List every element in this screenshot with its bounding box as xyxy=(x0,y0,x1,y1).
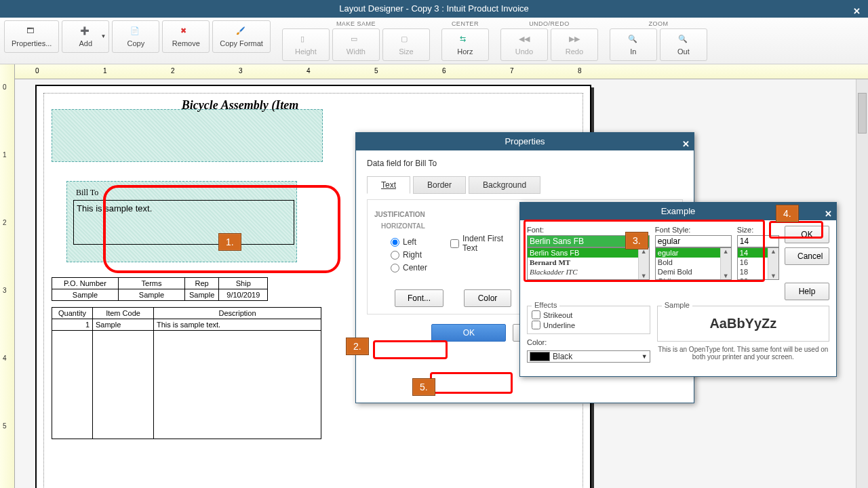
effects-group: Effects Strikeout Underline xyxy=(527,306,650,334)
redo-icon: ▶▶ xyxy=(569,35,580,45)
scrollbar[interactable] xyxy=(768,248,778,279)
undo-icon: ◀◀ xyxy=(519,35,530,45)
tab-background[interactable]: Background xyxy=(469,176,540,194)
window-title-bar: Layout Designer - Copy 3 : Intuit Produc… xyxy=(0,0,868,18)
chevron-down-icon: ▼ xyxy=(100,33,106,39)
copy-button[interactable]: 📄Copy xyxy=(112,20,159,53)
remove-icon: ✖ xyxy=(180,26,191,37)
tab-text[interactable]: Text xyxy=(367,176,410,194)
bill-to-textbox[interactable]: This is sample text. xyxy=(73,200,294,245)
close-icon[interactable]: ✕ xyxy=(825,205,832,223)
add-button[interactable]: ➕Add▼ xyxy=(62,20,109,53)
zoom-label: ZOOM xyxy=(610,20,707,27)
strikeout-checkbox[interactable]: Strikeout xyxy=(532,310,646,319)
properties-tabs: Text Border Background xyxy=(367,176,683,194)
font-dialog: Example✕ Font: Berlin Sans FB Bernard MT… xyxy=(519,202,837,377)
window-title: Layout Designer - Copy 3 : Intuit Produc… xyxy=(339,3,529,14)
center-label: CENTER xyxy=(441,20,489,27)
indent-checkbox[interactable]: Indent First Text xyxy=(450,234,510,253)
style-label: Font Style: xyxy=(655,226,732,234)
style-input[interactable] xyxy=(655,235,732,247)
radio-right[interactable]: Right xyxy=(391,250,427,260)
width-icon: ▭ xyxy=(351,35,361,45)
step-2: 2. xyxy=(346,338,369,355)
brush-icon: 🖌️ xyxy=(236,26,247,37)
font-cancel-button[interactable]: Cancel xyxy=(785,247,829,265)
properties-button[interactable]: 🗔Properties... xyxy=(4,20,59,53)
step-3: 3. xyxy=(625,232,648,249)
style-list[interactable]: egular Bold Demi Bold Oblique xyxy=(655,247,732,280)
sample-note: This is an OpenType font. This same font… xyxy=(657,346,829,361)
zoom-out-button[interactable]: 🔍Out xyxy=(660,28,707,61)
main-toolbar: 🗔Properties... ➕Add▼ 📄Copy ✖Remove 🖌️Cop… xyxy=(0,18,868,64)
close-icon[interactable]: ✕ xyxy=(682,136,690,153)
font-button[interactable]: Font... xyxy=(395,289,443,307)
chevron-down-icon: ▼ xyxy=(642,353,648,360)
vertical-scrollbar[interactable] xyxy=(856,79,868,488)
ruler-vertical: 0123456 xyxy=(0,64,15,488)
sample-group: Sample AaBbYyZz xyxy=(657,306,829,342)
size-input[interactable] xyxy=(737,235,779,247)
close-icon[interactable]: ✕ xyxy=(850,3,863,15)
properties-ok-button[interactable]: OK xyxy=(431,324,506,342)
properties-icon: 🗔 xyxy=(26,26,37,37)
header-box[interactable] xyxy=(52,109,323,162)
bill-to-label: Bill To xyxy=(76,188,98,198)
size-icon: ▢ xyxy=(401,35,412,45)
document-title: Bicycle Assembly (Item xyxy=(182,98,298,113)
step-4: 4. xyxy=(776,205,799,222)
copy-icon: 📄 xyxy=(130,26,141,37)
copy-format-button[interactable]: 🖌️Copy Format xyxy=(212,20,271,53)
size-label: Size: xyxy=(737,226,779,234)
height-icon: ▯ xyxy=(300,35,311,45)
font-list[interactable]: Berlin Sans FB Bernard MT Blackadder ITC xyxy=(527,247,650,280)
color-label: Color: xyxy=(527,338,650,346)
invoice-items-table: QuantityItem CodeDescription 1SampleThis… xyxy=(52,307,321,439)
tab-border[interactable]: Border xyxy=(413,176,466,194)
font-help-button[interactable]: Help xyxy=(785,283,829,300)
redo-button[interactable]: ▶▶Redo xyxy=(551,28,598,61)
color-select[interactable]: Black ▼ xyxy=(527,350,650,363)
underline-checkbox[interactable]: Underline xyxy=(532,321,646,329)
data-field-label: Data field for Bill To xyxy=(367,159,683,168)
add-icon: ➕ xyxy=(80,26,91,37)
scrollbar[interactable] xyxy=(720,248,731,279)
radio-center[interactable]: Center xyxy=(391,263,427,272)
size-button[interactable]: ▢Size xyxy=(382,28,430,61)
color-button[interactable]: Color xyxy=(464,289,511,307)
make-same-label: MAKE SAME xyxy=(282,20,430,27)
color-swatch xyxy=(530,352,550,361)
step-5: 5. xyxy=(412,378,435,396)
radio-left[interactable]: Left xyxy=(391,237,427,247)
step-1: 1. xyxy=(218,233,241,251)
ruler-horizontal: 012345678 xyxy=(15,64,868,79)
properties-dialog-title[interactable]: Properties✕ xyxy=(356,133,694,150)
horz-center-icon: ⇆ xyxy=(460,35,471,45)
height-button[interactable]: ▯Height xyxy=(282,28,330,61)
undoredo-label: UNDO/REDO xyxy=(500,20,598,27)
horz-button[interactable]: ⇆Horz xyxy=(441,28,489,61)
size-list[interactable]: 14 16 18 20 xyxy=(737,247,779,280)
scrollbar[interactable] xyxy=(638,248,649,279)
remove-button[interactable]: ✖Remove xyxy=(162,20,210,53)
sample-preview: AaBbYyZz xyxy=(662,310,825,337)
zoom-in-button[interactable]: 🔍In xyxy=(610,28,657,61)
zoom-out-icon: 🔍 xyxy=(678,35,689,45)
undo-button[interactable]: ◀◀Undo xyxy=(500,28,548,61)
zoom-in-icon: 🔍 xyxy=(628,35,639,45)
invoice-header-table: P.O. NumberTermsRepShip SampleSampleSamp… xyxy=(52,277,268,301)
width-button[interactable]: ▭Width xyxy=(332,28,380,61)
font-ok-button[interactable]: OK xyxy=(785,226,829,243)
